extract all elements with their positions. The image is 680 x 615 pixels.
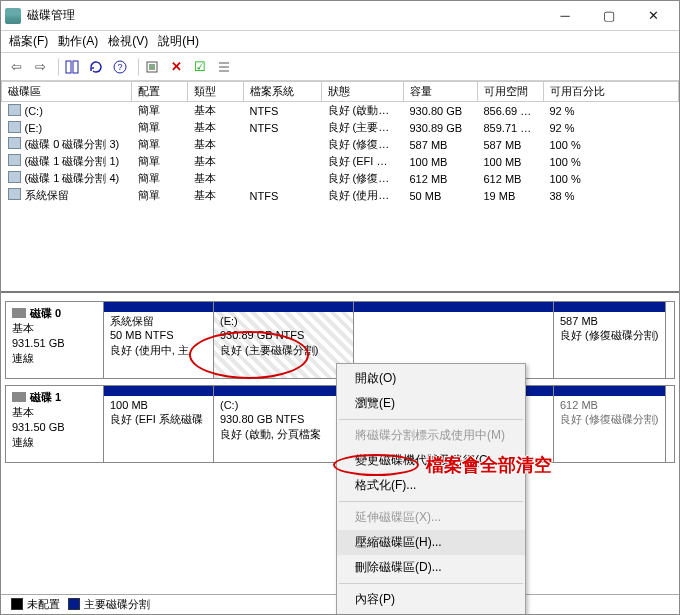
app-icon [5,8,21,24]
table-row[interactable]: (磁碟 1 磁碟分割 4)簡單基本良好 (修復…612 MB612 MB100 … [2,170,679,187]
delete-button[interactable]: ✕ [165,56,187,78]
close-button[interactable]: ✕ [631,2,675,30]
settings-button[interactable] [141,56,163,78]
col-volume[interactable]: 磁碟區 [2,82,132,102]
window-title: 磁碟管理 [27,7,543,24]
separator [133,58,139,76]
ctx-properties[interactable]: 內容(P) [337,587,525,612]
ctx-explore[interactable]: 瀏覽(E) [337,391,525,416]
forward-button[interactable]: ⇨ [29,56,51,78]
col-type[interactable]: 類型 [188,82,244,102]
svg-text:?: ? [117,62,122,72]
partition[interactable]: 612 MB良好 (修復磁碟分割) [554,386,666,462]
menu-action[interactable]: 動作(A) [58,33,98,50]
svg-rect-0 [66,61,71,73]
legend-unalloc: 未配置 [27,598,60,610]
col-layout[interactable]: 配置 [132,82,188,102]
refresh-button[interactable] [85,56,107,78]
separator [53,58,59,76]
partition[interactable]: 100 MB良好 (EFI 系統磁碟 [104,386,214,462]
context-menu: 開啟(O) 瀏覽(E) 將磁碟分割標示成使用中(M) 變更磁碟機代號及路徑(C)… [336,363,526,615]
table-row[interactable]: (磁碟 0 磁碟分割 3)簡單基本良好 (修復…587 MB587 MB100 … [2,136,679,153]
menu-help[interactable]: 說明(H) [158,33,199,50]
partition[interactable]: (C:)930.80 GB NTFS良好 (啟動, 分頁檔案 [214,386,354,462]
svg-rect-1 [73,61,78,73]
minimize-button[interactable]: ─ [543,2,587,30]
partition[interactable]: (E:)930.89 GB NTFS良好 (主要磁碟分割) [214,302,354,378]
menubar: 檔案(F) 動作(A) 檢視(V) 說明(H) [1,31,679,53]
partition[interactable]: 系統保留50 MB NTFS良好 (使用中, 主 [104,302,214,378]
annotation-text: 檔案會全部清空 [426,453,552,477]
table-row[interactable]: 系統保留簡單基本NTFS良好 (使用…50 MB19 MB38 % [2,187,679,204]
help-button[interactable]: ? [109,56,131,78]
svg-rect-5 [149,64,155,70]
ctx-delete[interactable]: 刪除磁碟區(D)... [337,555,525,580]
menu-view[interactable]: 檢視(V) [108,33,148,50]
panes-button[interactable] [61,56,83,78]
ctx-shrink[interactable]: 壓縮磁碟區(H)... [337,530,525,555]
col-fs[interactable]: 檔案系統 [244,82,322,102]
ctx-open[interactable]: 開啟(O) [337,366,525,391]
col-capacity[interactable]: 容量 [404,82,478,102]
disk-header[interactable]: 磁碟 1基本931.50 GB連線 [6,386,104,462]
ctx-mark-active: 將磁碟分割標示成使用中(M) [337,423,525,448]
partition[interactable]: 587 MB良好 (修復磁碟分割) [554,302,666,378]
legend-primary: 主要磁碟分割 [84,598,150,610]
col-pctfree[interactable]: 可用百分比 [544,82,679,102]
table-row[interactable]: (C:)簡單基本NTFS良好 (啟動…930.80 GB856.69 …92 % [2,102,679,120]
check-button[interactable]: ☑ [189,56,211,78]
disk-header[interactable]: 磁碟 0基本931.51 GB連線 [6,302,104,378]
back-button[interactable]: ⇦ [5,56,27,78]
col-free[interactable]: 可用空間 [478,82,544,102]
list-button[interactable] [213,56,235,78]
col-status[interactable]: 狀態 [322,82,404,102]
table-row[interactable]: (E:)簡單基本NTFS良好 (主要…930.89 GB859.71 …92 % [2,119,679,136]
table-row[interactable]: (磁碟 1 磁碟分割 1)簡單基本良好 (EFI …100 MB100 MB10… [2,153,679,170]
volume-grid[interactable]: 磁碟區 配置 類型 檔案系統 狀態 容量 可用空間 可用百分比 (C:)簡單基本… [1,81,679,293]
maximize-button[interactable]: ▢ [587,2,631,30]
titlebar: 磁碟管理 ─ ▢ ✕ [1,1,679,31]
menu-file[interactable]: 檔案(F) [9,33,48,50]
ctx-extend: 延伸磁碟區(X)... [337,505,525,530]
toolbar: ⇦ ⇨ ? ✕ ☑ [1,53,679,81]
